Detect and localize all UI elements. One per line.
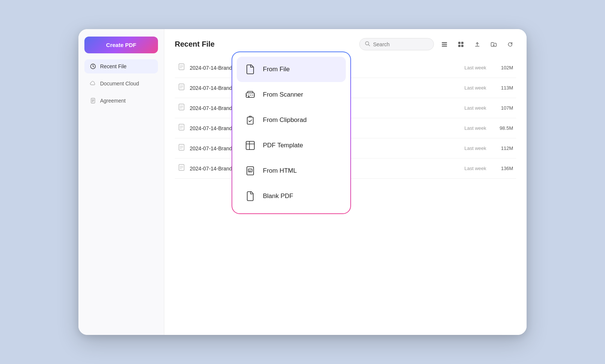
svg-rect-13 (461, 45, 463, 47)
svg-rect-8 (442, 44, 447, 45)
new-folder-button[interactable] (488, 38, 500, 50)
sidebar-item-label: Recent File (100, 63, 127, 69)
dropdown-item-label: From Clipborad (263, 116, 307, 124)
dropdown-item-pdf-template[interactable]: PDF Template (237, 133, 346, 158)
file-date: Last week (449, 65, 486, 70)
svg-line-6 (369, 45, 370, 46)
file-size: 98.5M (491, 125, 513, 131)
sidebar-item-label: Document Cloud (100, 81, 139, 87)
dropdown-item-blank-pdf[interactable]: Blank PDF (237, 183, 346, 209)
upload-button[interactable] (471, 38, 483, 50)
file-size: 107M (491, 105, 513, 111)
svg-rect-9 (442, 46, 447, 47)
dropdown-item-from-clipboard[interactable]: From Clipborad (237, 107, 346, 133)
file-size: 136M (491, 166, 513, 171)
file-date: Last week (449, 145, 486, 151)
refresh-button[interactable] (504, 38, 516, 50)
from-clipboard-icon (243, 113, 257, 127)
dropdown-item-label: From HTML (263, 167, 297, 175)
file-date: Last week (449, 166, 486, 171)
header-actions (359, 38, 516, 50)
dropdown-item-label: Blank PDF (263, 192, 293, 200)
file-icon (178, 63, 185, 72)
dropdown-item-label: From File (263, 66, 290, 73)
blank-pdf-icon (243, 189, 257, 203)
main-content: Recent File (164, 29, 527, 335)
dropdown-item-label: PDF Template (263, 142, 303, 149)
file-size: 113M (491, 85, 513, 91)
sidebar-item-recent-file[interactable]: Recent File (84, 59, 158, 73)
sidebar-item-label: Agreement (100, 98, 125, 104)
sidebar: Create PDF Recent File Document Cloud (78, 29, 164, 335)
clock-icon (90, 63, 96, 70)
dropdown-item-label: From Scanner (263, 91, 303, 98)
page-title: Recent File (175, 40, 215, 48)
cloud-icon (90, 80, 96, 87)
svg-rect-43 (247, 117, 253, 124)
svg-rect-42 (248, 96, 249, 97)
sidebar-item-document-cloud[interactable]: Document Cloud (84, 76, 158, 91)
sidebar-item-agreement[interactable]: Agreement (84, 94, 158, 108)
file-icon (178, 103, 185, 113)
create-pdf-dropdown: From File From Scanner (232, 51, 351, 214)
file-icon (178, 144, 185, 153)
file-icon (178, 83, 185, 92)
pdf-template-icon (243, 139, 257, 152)
svg-rect-7 (442, 42, 447, 43)
file-size: 112M (491, 145, 513, 151)
from-scanner-icon (243, 88, 257, 101)
grid-view-icon (457, 41, 464, 48)
dropdown-item-from-html[interactable]: H From HTML (237, 158, 346, 183)
grid-view-button[interactable] (455, 38, 467, 50)
svg-rect-44 (246, 141, 254, 150)
svg-rect-12 (458, 45, 460, 47)
create-pdf-button[interactable]: Create PDF (84, 37, 158, 53)
list-view-button[interactable] (438, 38, 450, 50)
from-html-icon: H (243, 164, 257, 178)
svg-text:H: H (249, 170, 251, 172)
new-folder-icon (490, 41, 497, 48)
svg-rect-10 (458, 42, 460, 44)
app-window: Create PDF Recent File Document Cloud (78, 29, 527, 335)
dropdown-inner: From File From Scanner (232, 52, 350, 213)
svg-rect-11 (461, 42, 463, 44)
search-icon (365, 41, 370, 47)
file-date: Last week (449, 85, 486, 91)
dropdown-item-from-scanner[interactable]: From Scanner (237, 82, 346, 107)
document-icon (90, 97, 96, 104)
from-file-icon (243, 63, 257, 76)
file-date: Last week (449, 125, 486, 131)
search-box[interactable] (359, 38, 434, 50)
file-icon (178, 123, 185, 133)
dropdown-item-from-file[interactable]: From File (237, 57, 346, 82)
header: Recent File (175, 38, 516, 50)
search-input[interactable] (373, 41, 425, 47)
list-view-icon (441, 41, 448, 48)
refresh-icon (507, 41, 514, 48)
file-icon (178, 164, 185, 173)
upload-icon (474, 41, 481, 48)
file-size: 102M (491, 65, 513, 70)
file-date: Last week (449, 105, 486, 111)
